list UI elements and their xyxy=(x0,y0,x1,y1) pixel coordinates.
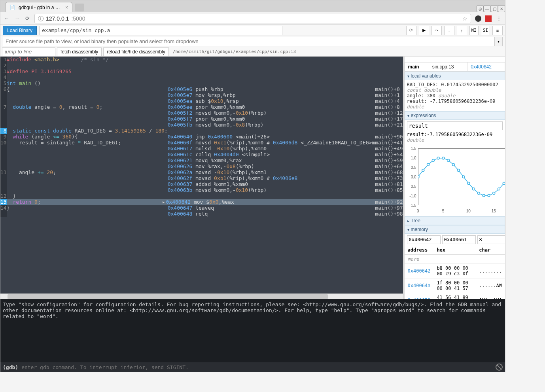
close-tab-icon[interactable]: × xyxy=(65,5,68,10)
svg-point-1 xyxy=(422,169,424,172)
page-favicon: 📄 xyxy=(9,5,15,10)
frame-location: sin.cpp:13 xyxy=(429,62,467,72)
chevron-right-icon: ▸ xyxy=(407,219,409,223)
svg-point-3 xyxy=(432,159,434,161)
jump-line-input[interactable] xyxy=(2,47,55,56)
new-tab-button[interactable] xyxy=(75,4,84,11)
svg-point-7 xyxy=(452,163,454,166)
source-bar: ▾ xyxy=(0,36,505,47)
locals-content: RAD_TO_DEG: 0.017453292500000002 const d… xyxy=(405,80,505,111)
svg-point-6 xyxy=(447,159,449,161)
frame-address[interactable]: 0x400642 xyxy=(471,64,492,70)
app-toolbar: Load Binary ⟳ ▶ ⤼ ↓ ↑ NI SI ≡ xyxy=(0,25,505,36)
svg-point-9 xyxy=(462,176,465,178)
url-input[interactable]: i 127.0.0.1:5000 ☆ xyxy=(34,14,471,23)
gdb-prompt: (gdb) xyxy=(3,364,18,370)
console-output[interactable]: Type "show configuration" for configurat… xyxy=(0,299,505,362)
expression-chart: -1.5-1.0-0.50.00.51.01.5 051015 xyxy=(405,146,505,213)
address-bar: ← → ⟳ i 127.0.0.1:5000 ☆ ⋮ xyxy=(0,12,505,25)
memory-col-hex: hex xyxy=(433,246,476,255)
source-dropdown-toggle[interactable]: ▾ xyxy=(495,37,503,46)
locals-header[interactable]: ▾local variables xyxy=(405,72,505,80)
expression-input[interactable] xyxy=(407,121,503,130)
svg-point-2 xyxy=(427,163,429,166)
fetch-disassembly-button[interactable]: fetch disassembly xyxy=(57,47,102,56)
user-icon[interactable]: ◎ xyxy=(477,5,484,12)
step-out-button[interactable]: ↑ xyxy=(457,26,467,35)
back-icon[interactable]: ← xyxy=(4,15,10,22)
close-window-button[interactable]: ✕ xyxy=(498,5,505,12)
svg-point-13 xyxy=(483,194,485,197)
url-host: 127.0.0.1 xyxy=(46,15,69,22)
minimize-button[interactable]: — xyxy=(484,5,491,12)
continue-button[interactable]: ▶ xyxy=(419,26,429,35)
menu-icon[interactable]: ⋮ xyxy=(496,15,502,22)
bookmark-icon[interactable]: ☆ xyxy=(462,15,467,22)
step-instruction-button[interactable]: SI xyxy=(481,26,490,35)
load-binary-button[interactable]: Load Binary xyxy=(3,26,37,35)
svg-point-12 xyxy=(477,192,480,195)
svg-point-11 xyxy=(472,188,475,190)
step-over-button[interactable]: ⤼ xyxy=(431,26,442,35)
memory-table: address hex char more0x400642b8 00 00 00… xyxy=(405,246,505,299)
reload-icon[interactable]: ⟳ xyxy=(24,15,30,22)
clear-console-icon[interactable] xyxy=(494,362,504,372)
site-info-icon[interactable]: i xyxy=(38,16,44,21)
scrollbar-thumb[interactable] xyxy=(8,294,328,299)
forward-icon[interactable]: → xyxy=(14,15,20,22)
expressions-header[interactable]: ▾expressions xyxy=(405,111,505,120)
step-in-button[interactable]: ↓ xyxy=(444,26,454,35)
extension-icon[interactable] xyxy=(485,15,492,22)
svg-point-4 xyxy=(437,157,439,159)
memory-col-char: char xyxy=(476,246,505,255)
memory-end-input[interactable] xyxy=(442,235,476,244)
tab-title: gdbgui - gdb in a bro xyxy=(19,5,62,10)
url-port: :5000 xyxy=(71,15,85,22)
current-file-path: /home/csmith/git/gdbgui/examples/cpp/sin… xyxy=(170,49,298,54)
svg-point-0 xyxy=(418,176,419,178)
chevron-down-icon: ▾ xyxy=(407,74,409,78)
binary-path-input[interactable] xyxy=(39,26,282,35)
stack-frame-row[interactable]: main sin.cpp:13 0x400642 xyxy=(405,62,505,72)
restart-button[interactable]: ⟳ xyxy=(406,26,416,35)
svg-point-10 xyxy=(467,182,469,184)
svg-point-8 xyxy=(457,169,460,172)
chevron-down-icon: ▾ xyxy=(407,227,409,232)
maximize-button[interactable]: ▢ xyxy=(491,5,498,12)
tree-header[interactable]: ▸Tree xyxy=(405,216,505,225)
horizontal-scrollbar[interactable] xyxy=(0,294,403,299)
memory-header[interactable]: ▾memory xyxy=(405,225,505,234)
code-panel[interactable]: 1#include <math.h> /* sin */23#define PI… xyxy=(0,57,403,294)
extension-icon[interactable] xyxy=(475,15,481,22)
next-instruction-button[interactable]: NI xyxy=(469,26,479,35)
svg-point-17 xyxy=(503,182,505,184)
browser-tab[interactable]: 📄 gdbgui - gdb in a bro × xyxy=(5,2,72,12)
tab-strip: 📄 gdbgui - gdb in a bro × ◎ — ▢ ✕ xyxy=(0,0,505,12)
gdb-command-bar: (gdb) xyxy=(0,362,505,372)
reload-file-button[interactable]: reload file/hide disassembly xyxy=(103,47,168,56)
svg-point-5 xyxy=(442,157,444,159)
memory-start-input[interactable] xyxy=(407,235,441,244)
settings-button[interactable]: ≡ xyxy=(492,26,503,35)
chevron-down-icon: ▾ xyxy=(407,114,409,118)
frame-function: main xyxy=(405,62,429,72)
gdb-command-input[interactable] xyxy=(21,364,496,370)
memory-bytes-input[interactable] xyxy=(477,235,505,244)
right-panel: main sin.cpp:13 0x400642 ▾local variable… xyxy=(403,57,505,299)
svg-point-15 xyxy=(492,192,495,195)
line-toolbar: fetch disassembly reload file/hide disas… xyxy=(0,47,505,57)
svg-point-16 xyxy=(498,188,500,190)
source-path-input[interactable] xyxy=(3,37,495,46)
svg-point-14 xyxy=(487,194,490,197)
memory-col-address: address xyxy=(405,246,434,255)
